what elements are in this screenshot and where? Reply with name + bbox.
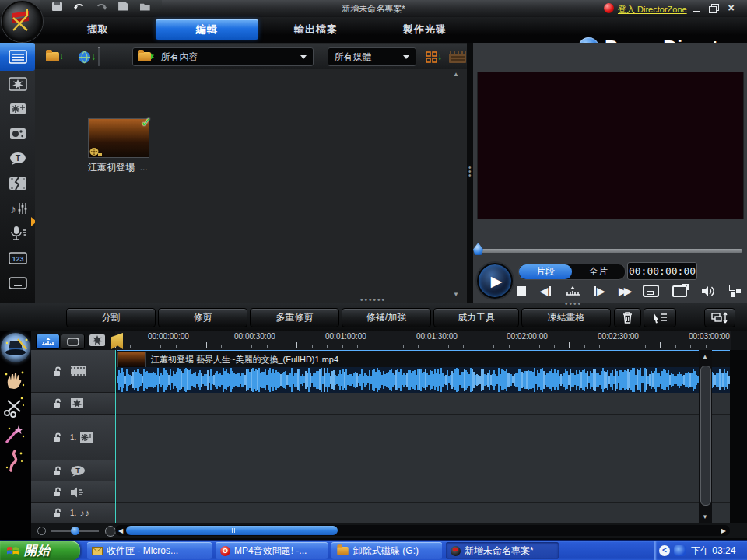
voiceover-room-button[interactable] [0,222,35,245]
timeline-clip[interactable]: 江蕙初登場 藝界人生~美麗的交換_(FullHD)1.mp4 [117,350,730,368]
timeline-horizontal-scrollbar[interactable]: ◀ ▶ [115,525,730,536]
next-frame-button[interactable]: ▶ [594,283,605,299]
media-filter-dropdown[interactable]: 所有媒體 [328,47,416,66]
magic-tools-button[interactable] [1,333,30,362]
clip-mode-button[interactable]: 片段 [519,264,572,279]
scroll-down-icon[interactable]: ▼ [702,513,708,520]
preview-quality-button[interactable] [728,283,741,299]
scroll-up-icon[interactable]: ▲ [453,71,459,78]
taskbar-item-inbox[interactable]: 收件匣 - Micros... [87,542,212,559]
resize-tracks-button[interactable] [704,308,735,327]
zoom-slider-knob[interactable] [71,527,79,535]
media-room-button[interactable] [0,43,35,71]
timeline-zoom-slider[interactable] [51,530,99,532]
tab-capture[interactable]: 擷取 [47,19,149,40]
close-button[interactable]: × [725,4,737,13]
zoom-in-icon[interactable] [105,526,116,537]
video-preview-area[interactable] [477,72,744,219]
unlock-icon[interactable] [53,466,62,476]
split-button[interactable]: 分割 [66,308,156,327]
tray-network-icon[interactable] [674,545,686,556]
snapshot-button[interactable] [643,283,659,299]
particle-room-button[interactable] [0,122,35,145]
voice-track-header[interactable] [31,481,115,503]
unlock-icon[interactable] [53,398,62,408]
taskbar-item-removable-disk[interactable]: 卸除式磁碟 (G:) [331,542,442,559]
pip-objects-room-button[interactable] [0,97,35,121]
scroll-up-icon[interactable]: ▲ [702,353,708,360]
download-from-web-button[interactable]: ↓ [78,47,100,66]
scroll-left-icon[interactable]: ◀ [118,527,123,534]
video-track-lane[interactable]: 江蕙初登場 藝界人生~美麗的交換_(FullHD)1.mp4 [115,350,730,393]
sort-view-button[interactable]: ↓ [426,51,442,63]
video-track-header[interactable] [31,350,115,393]
zoom-out-icon[interactable] [37,527,46,535]
step-ruler-button[interactable] [565,283,580,299]
vertical-splitter[interactable]: ••• [467,43,473,303]
tab-create-disc[interactable]: 製作光碟 [374,19,476,40]
storyboard-button[interactable] [448,50,467,64]
play-button[interactable]: ▶ [477,263,513,299]
pip-track-lane[interactable] [115,415,730,460]
volume-button[interactable] [701,283,715,299]
storyboard-view-button[interactable] [61,334,85,349]
start-button[interactable]: 開始 [0,541,80,560]
minimize-button[interactable] [691,4,703,13]
effect-room-button[interactable] [0,72,35,96]
media-thumbnail[interactable]: ✓ [88,118,149,158]
fast-forward-button[interactable]: ▶▶ [619,283,629,299]
movie-mode-button[interactable]: 全片 [572,264,625,279]
fix-enhance-button[interactable]: 修補/加強 [342,308,431,327]
restore-button[interactable] [708,4,720,13]
transition-room-button[interactable] [0,172,35,195]
magic-fix-button[interactable] [3,369,26,391]
magic-cut-button[interactable] [3,396,26,418]
effect-track-lane[interactable] [115,393,730,415]
scroll-down-icon[interactable]: ▼ [453,291,459,298]
music-track-header[interactable]: 1. ♪♪ [31,503,115,523]
chapter-room-button[interactable]: 123 [0,247,35,270]
taskbar-item-powerdirector[interactable]: 新增未命名專案* [446,542,559,559]
select-list-button[interactable] [644,308,676,327]
content-filter-dropdown[interactable]: ✱ 所有內容 [132,47,314,66]
previous-frame-button[interactable]: ◀ [539,283,551,299]
title-room-button[interactable]: T [0,147,35,170]
voice-track-lane[interactable] [115,481,730,503]
timeline-vertical-scrollbar[interactable]: ▲ ▼ [699,350,712,523]
freeze-frame-button[interactable]: 凍結畫格 [521,308,611,327]
timeline-view-button[interactable] [36,334,60,349]
panel-splitter-handle[interactable]: •••• [565,303,582,306]
seek-thumb[interactable] [473,243,483,255]
magic-style-button[interactable] [3,422,26,444]
timeline-ruler[interactable]: 00:00:00:00 00:00:30:00 00:01:00:00 00:0… [115,331,731,350]
tab-produce[interactable]: 輸出檔案 [265,19,367,40]
seek-bar[interactable] [477,249,742,253]
title-track-header[interactable]: T [31,460,115,481]
detach-preview-button[interactable] [672,283,687,299]
title-track-lane[interactable] [115,460,730,481]
unlock-icon[interactable] [53,432,62,443]
trim-button[interactable]: 修剪 [158,308,247,327]
music-track-lane[interactable] [115,503,730,523]
taskbar-item-browser[interactable]: O MP4音效問題! -... [216,542,328,559]
tray-collapse-icon[interactable]: < [659,545,670,556]
unlock-icon[interactable] [53,508,62,518]
magic-music-button[interactable] [3,449,26,471]
directorzone-login-link[interactable]: 登入 DirectorZone [618,4,687,16]
library-scrollbar[interactable]: ▲ ▼ [452,71,461,298]
effect-track-header[interactable] [31,393,115,415]
stop-button[interactable] [517,283,526,299]
subtitle-room-button[interactable] [0,271,35,295]
delete-button[interactable] [614,308,641,327]
import-media-button[interactable]: ↓ [46,52,64,61]
unlock-icon[interactable] [53,366,62,376]
multi-trim-button[interactable]: 多重修剪 [250,308,339,327]
horizontal-scroll-thumb[interactable] [126,526,338,535]
pip-track-header[interactable]: 1. [31,415,115,460]
power-tools-button[interactable]: 威力工具 [433,308,519,327]
unlock-icon[interactable] [53,487,62,497]
audio-mixing-room-button[interactable]: ♪ [0,197,35,220]
library-splitter-handle[interactable]: •••••• [360,299,386,302]
vertical-scroll-thumb[interactable] [700,366,711,506]
scroll-right-icon[interactable]: ▶ [721,527,726,534]
